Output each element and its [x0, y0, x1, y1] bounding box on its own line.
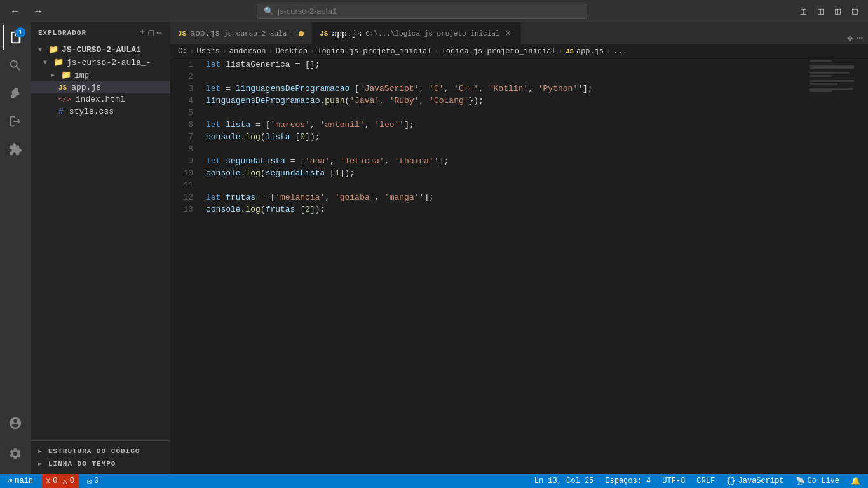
layout-icon3[interactable]: ◫ — [831, 4, 844, 18]
nav-forward-button[interactable]: → — [29, 4, 47, 18]
info-icon: ✉ — [87, 477, 92, 486]
tab-appjs-2[interactable]: JS app.js C:\...\logica-js-projeto_inici… — [312, 22, 521, 44]
titlebar-icons: ◫ ◫ ◫ ◫ — [797, 4, 862, 18]
scrollbar-track[interactable] — [859, 58, 868, 474]
code-line: let lista = ['marcos', 'antonil', 'leo''… — [206, 119, 808, 131]
sidebar-item-appjs-label: app.js — [71, 83, 101, 92]
status-info[interactable]: ✉ 0 — [85, 474, 101, 488]
line-number: 4 — [170, 95, 193, 107]
sidebar-section-linha[interactable]: ▶ LINHA DO TEMPO — [31, 458, 170, 470]
minimap — [808, 58, 859, 474]
status-branch[interactable]: ⌫ main — [5, 474, 36, 488]
breadcrumb-desktop[interactable]: Desktop — [276, 47, 308, 56]
status-golive[interactable]: 📡 Go Live — [793, 474, 842, 488]
position-text: Ln 13, Col 25 — [534, 477, 594, 485]
layout-icon4[interactable]: ◫ — [848, 4, 862, 18]
breadcrumb-users[interactable]: Users — [197, 47, 220, 56]
code-content[interactable]: let listaGenerica = []; let = linguagens… — [201, 58, 808, 474]
sidebar-item-img-label: img — [74, 71, 89, 80]
line-number: 5 — [170, 107, 193, 119]
tab1-modified-dot — [299, 31, 304, 36]
sidebar-item-appjs[interactable]: JS app.js — [31, 81, 170, 93]
activity-account-icon[interactable] — [3, 410, 28, 436]
html-file-icon: </> — [58, 96, 71, 104]
more-actions-icon[interactable]: ⋯ — [157, 27, 163, 38]
code-line — [206, 179, 808, 191]
split-editor-icon[interactable]: ❖ — [847, 32, 853, 44]
code-line — [206, 107, 808, 119]
minimap-line — [810, 60, 832, 62]
status-notification[interactable]: 🔔 — [848, 474, 863, 488]
titlebar: ← → 🔍 ◫ ◫ ◫ ◫ — [0, 0, 868, 22]
code-line: let segundaLista = ['ana', 'leticia', 't… — [206, 155, 808, 167]
line-endings-text: CRLF — [696, 477, 715, 485]
root-folder-label: JS-CURSO-2-AULA1 — [62, 45, 141, 55]
status-line-endings[interactable]: CRLF — [694, 474, 717, 488]
editor-area: JS app.js js-curso-2-aula_- JS app.js C:… — [170, 22, 868, 474]
minimap-line — [810, 80, 854, 82]
breadcrumb-js-icon: JS — [566, 48, 574, 55]
sidebar-item-stylecss[interactable]: # style.css — [31, 105, 170, 118]
linha-arrow-icon: ▶ — [38, 460, 46, 468]
sidebar-section-estrutura[interactable]: ▶ ESTRUTURA DO CÓDIGO — [31, 445, 170, 458]
titlebar-search[interactable]: 🔍 — [257, 4, 587, 19]
img-arrow-icon: ▶ — [51, 71, 58, 79]
minimap-content — [808, 58, 859, 94]
status-spaces[interactable]: Espaços: 4 — [602, 474, 653, 488]
sidebar-item-js-curso[interactable]: ▼ 📁 js-curso-2-aula_- — [31, 56, 170, 69]
folder-icon: 📁 — [48, 44, 58, 55]
minimap-line — [810, 90, 832, 92]
status-position[interactable]: Ln 13, Col 25 — [532, 474, 597, 488]
status-right: Ln 13, Col 25 Espaços: 4 UTF-8 CRLF {} J… — [532, 474, 863, 488]
main-layout: 1 EXPLORADOR + ▢ ⋯ — [0, 22, 868, 474]
breadcrumb-projeto[interactable]: logica-js-projeto_inicial — [317, 47, 431, 56]
img-folder-icon: 📁 — [61, 70, 71, 80]
code-editor[interactable]: 12345678910111213 let listaGenerica = []… — [170, 58, 868, 474]
sidebar-item-indexhtml[interactable]: </> index.html — [31, 93, 170, 105]
tab-appjs-1[interactable]: JS app.js js-curso-2-aula_- — [170, 22, 312, 44]
status-encoding[interactable]: UTF-8 — [660, 474, 688, 488]
breadcrumb-anderson[interactable]: anderson — [229, 47, 266, 56]
new-file-icon[interactable]: + — [140, 27, 146, 38]
breadcrumb-file[interactable]: app.js — [576, 47, 604, 56]
minimap-line — [810, 88, 853, 90]
minimap-line — [810, 65, 854, 67]
breadcrumb-ellipsis[interactable]: ... — [613, 47, 627, 56]
golive-text: Go Live — [808, 477, 839, 485]
estrutura-arrow-icon: ▶ — [38, 447, 46, 455]
code-line: console.log(frutas [2]); — [206, 203, 808, 215]
activity-source-control-icon[interactable] — [3, 81, 28, 106]
js-file-icon: JS — [58, 84, 67, 92]
tab2-label: app.js — [332, 29, 362, 39]
activity-run-icon[interactable] — [3, 109, 28, 134]
tab2-close-button[interactable]: × — [503, 28, 512, 39]
layout-icon2[interactable]: ◫ — [814, 4, 827, 18]
activity-extensions-icon[interactable] — [3, 137, 28, 162]
code-line: let frutas = ['melancia', 'goiaba', 'man… — [206, 191, 808, 203]
nav-back-button[interactable]: ← — [6, 4, 24, 18]
activity-settings-icon[interactable] — [3, 441, 28, 466]
sidebar-section-estrutura-label: ESTRUTURA DO CÓDIGO — [48, 447, 140, 455]
breadcrumb-projeto2[interactable]: logica-js-projeto_inicial — [442, 47, 556, 56]
code-line: linguagensDeProgramacao.push('Java', 'Ru… — [206, 95, 808, 107]
activity-files-icon[interactable]: 1 — [3, 25, 28, 50]
code-line: let = linguagensDeProgramacao ['JavaScri… — [206, 83, 808, 95]
status-errors[interactable]: ☓ 0 △ 0 — [42, 474, 78, 488]
status-language[interactable]: {} JavaScript — [724, 474, 786, 488]
breadcrumb-c[interactable]: C: — [178, 47, 187, 56]
line-number: 2 — [170, 71, 193, 83]
new-folder-icon[interactable]: ▢ — [148, 27, 154, 38]
search-input[interactable] — [278, 6, 580, 16]
folder-arrow-icon: ▼ — [38, 46, 46, 53]
branch-name: main — [15, 477, 33, 485]
layout-icon1[interactable]: ◫ — [797, 4, 810, 18]
bell-icon: 🔔 — [851, 477, 860, 486]
sidebar-root-folder[interactable]: ▼ 📁 JS-CURSO-2-AULA1 — [31, 43, 170, 56]
activity-bar: 1 — [0, 22, 31, 474]
activity-search-icon[interactable] — [3, 53, 28, 78]
code-line: console.log(segundaLista [1]); — [206, 167, 808, 179]
sidebar-item-js-curso-label: js-curso-2-aula_- — [67, 58, 151, 67]
sidebar-header-icons: + ▢ ⋯ — [140, 27, 163, 38]
sidebar-item-img[interactable]: ▶ 📁 img — [31, 69, 170, 81]
more-tabs-icon[interactable]: ⋯ — [857, 32, 863, 44]
